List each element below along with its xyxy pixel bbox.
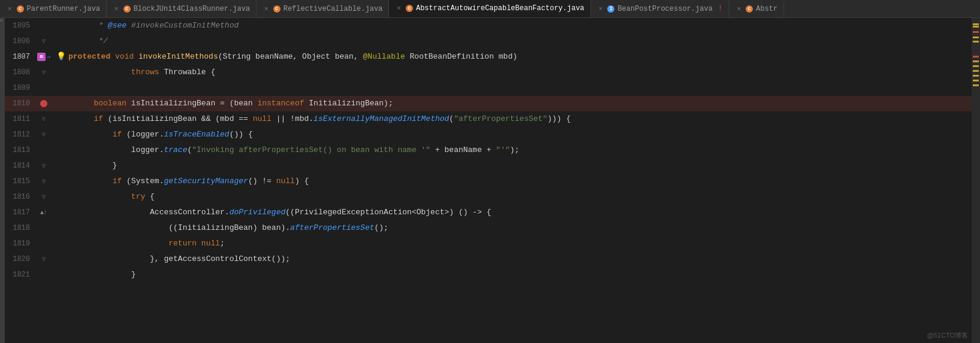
line-number: 1817 <box>5 208 35 217</box>
code-content-1820: }, getAccessControlContext()); <box>53 251 972 267</box>
line-1821: 1821 } <box>5 267 972 283</box>
code-content-1812: if (logger.isTraceEnabled()) { <box>53 127 972 142</box>
line-number: 1805 <box>5 22 35 30</box>
code-content-1815: if (System.getSecurityManager() != null)… <box>53 174 972 189</box>
line-number: 1810 <box>5 99 35 108</box>
tab-label: BlockJUnit4ClassRunner.java <box>134 5 250 13</box>
tab-label: ParentRunner.java <box>27 5 100 13</box>
breakpoint-icon[interactable] <box>40 100 47 107</box>
line-number: 1811 <box>5 115 35 123</box>
line-number: 1819 <box>5 239 35 248</box>
line-1807: 1807 m → 💡protected void invokeInitMetho… <box>5 49 972 65</box>
execution-arrow-icon: → <box>46 53 50 60</box>
tab-label: ReflectiveCallable.java <box>284 5 383 13</box>
gutter-1814: ▽ <box>35 162 53 169</box>
code-content-1814: } <box>53 158 972 174</box>
scrollbar-mark <box>973 26 979 28</box>
tab-close-icon[interactable]: × <box>395 5 403 12</box>
scrollbar-mark-error <box>973 31 979 33</box>
gutter-1807: m → <box>35 53 53 61</box>
tab-close-icon[interactable]: × <box>735 5 743 13</box>
code-content-1821: } <box>53 267 972 283</box>
tab-abstractautowire[interactable]: × c AbstractAutowireCapableBeanFactory.j… <box>389 0 590 18</box>
tab-type-icon: c <box>123 5 131 13</box>
tab-type-icon: c <box>273 5 281 13</box>
line-1806: 1806 ▽ */ <box>5 34 972 49</box>
gutter-1811: ▽ <box>35 116 53 123</box>
tab-close-icon[interactable]: × <box>113 5 120 13</box>
tab-abstr[interactable]: × c Abstr <box>729 0 785 18</box>
gutter-1816: ▽ <box>35 193 53 201</box>
line-1817: 1817 ▲↑ AccessController.doPrivileged((P… <box>5 205 972 220</box>
fold-arrow-icon[interactable]: ▽ <box>42 178 46 185</box>
line-1808: 1808 ▽ throws Throwable { <box>5 65 972 80</box>
watermark: @51CTO博客 <box>927 331 968 340</box>
tab-type-icon: c <box>17 5 24 13</box>
line-number: 1808 <box>5 68 35 77</box>
fold-arrow-icon[interactable]: ▽ <box>42 69 46 76</box>
line-1811: 1811 ▽ if (isInitializingBean && (mbd ==… <box>5 111 972 127</box>
line-1820: 1820 ▽ }, getAccessControlContext()); <box>5 251 972 267</box>
code-content-1808: throws Throwable { <box>53 65 972 80</box>
gutter-1806: ▽ <box>35 38 53 45</box>
gutter-1817: ▲↑ <box>35 210 53 216</box>
line-1812: 1812 ▽ if (logger.isTraceEnabled()) { <box>5 127 972 142</box>
tab-close-icon[interactable]: × <box>6 5 14 13</box>
tab-beanpostprocessor[interactable]: × I BeanPostProcessor.java ! <box>591 0 729 18</box>
bookmark-icon[interactable]: m <box>37 53 46 61</box>
line-number: 1818 <box>5 224 35 232</box>
tab-bar: × c ParentRunner.java × c BlockJUnit4Cla… <box>0 0 980 18</box>
line-number: 1809 <box>5 84 35 92</box>
fold-arrow-icon[interactable]: ▽ <box>42 193 46 201</box>
editor-container: F 1805 * @see #invokeCustomInitMethod 18… <box>0 18 980 343</box>
line-1814: 1814 ▽ } <box>5 158 972 174</box>
code-content-1806: */ <box>53 34 972 49</box>
line-1818: 1818 ((InitializingBean) bean).afterProp… <box>5 220 972 236</box>
line-1809: 1809 <box>5 80 972 96</box>
line-1810: 1810 boolean isInitializingBean = (bean … <box>5 96 972 111</box>
tab-close-icon[interactable]: × <box>263 5 270 13</box>
fold-arrow-icon[interactable]: ▽ <box>42 256 46 263</box>
scrollbar-mark <box>973 23 979 25</box>
tab-reflective[interactable]: × c ReflectiveCallable.java <box>257 0 389 18</box>
side-panel-label: F <box>0 18 5 343</box>
line-number: 1820 <box>5 255 35 263</box>
error-indicator-icon: ! <box>718 4 723 13</box>
code-content-1819: return null; <box>53 236 972 251</box>
code-editor[interactable]: 1805 * @see #invokeCustomInitMethod 1806… <box>5 18 972 343</box>
line-number: 1814 <box>5 162 35 170</box>
scrollbar-right[interactable] <box>972 18 980 343</box>
line-1805: 1805 * @see #invokeCustomInitMethod <box>5 18 972 34</box>
tab-label: AbstractAutowireCapableBeanFactory.java <box>416 4 584 13</box>
up-arrow-icon: ▲↑ <box>40 210 47 216</box>
lightbulb-icon: 💡 <box>56 52 66 61</box>
code-content-1813: logger.trace("Invoking afterPropertiesSe… <box>53 142 972 158</box>
line-number: 1816 <box>5 193 35 201</box>
scrollbar-mark <box>973 80 979 81</box>
line-number: 1821 <box>5 271 35 279</box>
tab-parentrunner[interactable]: × c ParentRunner.java <box>0 0 107 18</box>
gutter-1812: ▽ <box>35 131 53 138</box>
scrollbar-mark <box>973 60 979 62</box>
code-content-1818: ((InitializingBean) bean).afterPropertie… <box>53 220 972 236</box>
fold-arrow-icon[interactable]: ▽ <box>42 38 46 45</box>
code-content-1807: 💡protected void invokeInitMethods(String… <box>53 49 972 65</box>
line-1813: 1813 logger.trace("Invoking afterPropert… <box>5 142 972 158</box>
tab-label: BeanPostProcessor.java <box>617 5 712 13</box>
gutter-1815: ▽ <box>35 178 53 185</box>
scrollbar-mark <box>973 70 979 72</box>
gutter-1820: ▽ <box>35 256 53 263</box>
tab-label: Abstr <box>756 5 777 13</box>
code-content-1811: if (isInitializingBean && (mbd == null |… <box>53 111 972 127</box>
code-content-1810: boolean isInitializingBean = (bean insta… <box>53 96 972 111</box>
line-1816: 1816 ▽ try { <box>5 189 972 205</box>
fold-arrow-icon[interactable]: ▽ <box>42 162 46 169</box>
scrollbar-mark <box>973 75 979 77</box>
tab-close-icon[interactable]: × <box>597 5 605 13</box>
fold-arrow-icon[interactable]: ▽ <box>42 131 46 138</box>
tab-blockjunit[interactable]: × c BlockJUnit4ClassRunner.java <box>107 0 257 18</box>
line-number: 1812 <box>5 130 35 139</box>
fold-arrow-icon[interactable]: ▽ <box>42 116 46 123</box>
line-number: 1815 <box>5 177 35 186</box>
gutter-1810[interactable] <box>35 100 53 107</box>
